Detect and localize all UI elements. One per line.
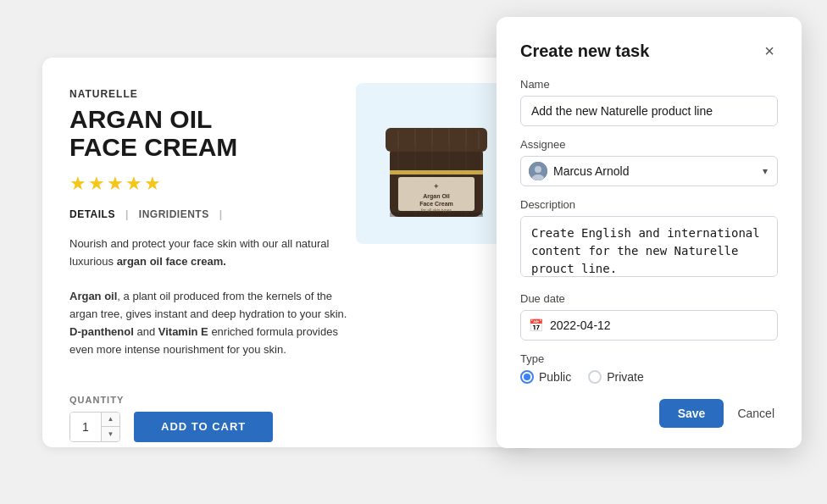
quantity-arrows: ▲ ▼ (102, 413, 119, 441)
modal-actions: Save Cancel (520, 399, 778, 428)
due-date-field-group: Due date 📅 (520, 292, 778, 341)
radio-public-label: Public (539, 370, 571, 384)
due-date-label: Due date (520, 292, 778, 305)
due-date-input[interactable] (520, 310, 778, 341)
type-row: Public Private (520, 370, 778, 384)
modal-close-button[interactable]: × (761, 41, 778, 61)
create-task-modal: Create new task × Name Assignee Marcus (497, 17, 802, 448)
product-image: ✦ Argan Oil Face Cream for all skin type… (356, 83, 517, 244)
name-field-group: Name (520, 78, 778, 126)
svg-rect-1 (386, 128, 487, 152)
modal-header: Create new task × (520, 41, 778, 61)
quantity-section: QUANTITY 1 ▲ ▼ ADD TO CART (69, 386, 507, 442)
name-label: Name (520, 78, 778, 91)
cancel-button[interactable]: Cancel (734, 399, 778, 428)
product-card: NATURELLE ARGAN OIL FACE CREAM ★★★★★ DET… (42, 58, 534, 447)
svg-point-22 (535, 166, 541, 173)
assignee-label: Assignee (520, 138, 778, 151)
radio-private[interactable]: Private (588, 370, 644, 384)
description-field-group: Description Create English and internati… (520, 198, 778, 280)
product-tabs: DETAILS | INGRIDIENTS | (69, 208, 358, 220)
date-input-wrapper: 📅 (520, 310, 778, 341)
radio-public-inner (524, 374, 530, 380)
svg-text:Face Cream: Face Cream (419, 201, 453, 207)
tab-details[interactable]: DETAILS (69, 208, 115, 220)
quantity-input-wrapper: 1 ▲ ▼ (69, 412, 120, 442)
description-label: Description (520, 198, 778, 211)
type-label: Type (520, 352, 778, 365)
radio-private-label: Private (607, 370, 644, 384)
quantity-value: 1 (70, 413, 102, 441)
calendar-icon: 📅 (529, 318, 543, 332)
product-description: Nourish and protect your face skin with … (69, 235, 358, 359)
svg-rect-14 (390, 170, 483, 174)
description-textarea[interactable]: Create English and international content… (520, 216, 778, 277)
product-title: ARGAN OIL FACE CREAM (69, 105, 358, 161)
quantity-down-arrow[interactable]: ▼ (102, 427, 119, 441)
assignee-field-group: Assignee Marcus Arnold ▾ (520, 138, 778, 186)
quantity-label: QUANTITY (69, 395, 507, 405)
svg-text:for all skin types: for all skin types (421, 208, 452, 213)
save-button[interactable]: Save (659, 399, 724, 428)
assignee-select[interactable]: Marcus Arnold (520, 156, 778, 186)
type-field-group: Type Public Private (520, 352, 778, 384)
svg-text:✦: ✦ (433, 182, 440, 191)
svg-text:Argan Oil: Argan Oil (423, 193, 450, 200)
svg-rect-20 (390, 213, 483, 217)
radio-private-circle (588, 370, 602, 384)
assignee-select-wrapper: Marcus Arnold ▾ (520, 156, 778, 186)
assignee-avatar (529, 162, 547, 180)
quantity-up-arrow[interactable]: ▲ (102, 413, 119, 428)
page-wrapper: NATURELLE ARGAN OIL FACE CREAM ★★★★★ DET… (0, 0, 827, 504)
product-brand: NATURELLE (69, 88, 358, 100)
add-to-cart-button[interactable]: ADD TO CART (134, 412, 273, 442)
product-stars: ★★★★★ (69, 173, 358, 195)
radio-public[interactable]: Public (520, 370, 571, 384)
radio-public-circle (520, 370, 534, 384)
name-input[interactable] (520, 96, 778, 126)
quantity-row: 1 ▲ ▼ ADD TO CART (69, 412, 507, 442)
tab-ingredients[interactable]: INGRIDIENTS (139, 208, 209, 220)
modal-title: Create new task (520, 42, 649, 61)
